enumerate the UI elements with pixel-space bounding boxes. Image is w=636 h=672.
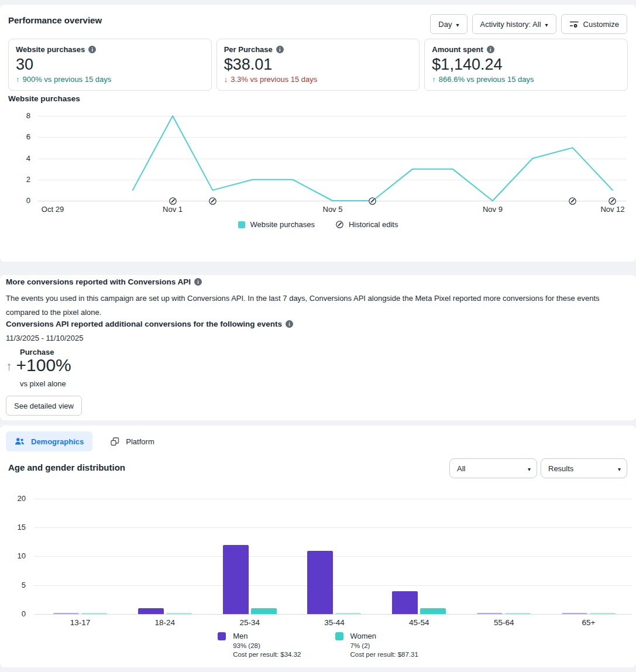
legend-label: Men (233, 632, 247, 640)
women-bar-18-24 (166, 613, 192, 614)
conversions-subheading-text: Conversions API reported additional conv… (6, 320, 282, 328)
legend-item-website-purchases: Website purchases (238, 220, 315, 229)
men-share: 93% (28) (233, 642, 301, 649)
women-bar-45-54 (420, 608, 446, 614)
pencil-circle-icon (336, 221, 343, 228)
historical-edit-marker[interactable] (369, 197, 376, 205)
women-bar-35-44 (335, 613, 361, 614)
bar-chart-x-tick: 65+ (582, 618, 596, 627)
women-bar-25-34 (251, 608, 277, 614)
women-cost-per-result: Cost per result: $87.31 (350, 651, 418, 658)
lift-row: ↑ +100% (6, 355, 71, 375)
men-bar-13-17 (53, 613, 79, 614)
women-bar-55-64 (505, 613, 531, 614)
legend-label: Historical edits (349, 220, 398, 229)
performance-overview-section: Performance overview Day Activity histor… (0, 5, 636, 262)
historical-edit-marker[interactable] (209, 197, 216, 205)
teal-square-swatch (238, 221, 245, 228)
men-cost-per-result: Cost per result: $34.32 (233, 651, 301, 658)
teal-square-swatch (335, 632, 343, 640)
men-bar-55-64 (477, 613, 503, 614)
conversions-subheading: Conversions API reported additional conv… (6, 320, 293, 328)
bar-chart-y-tick: 0 (9, 609, 26, 618)
historical-edit-marker[interactable] (609, 197, 616, 205)
ads-performance-page: Performance overview Day Activity histor… (0, 0, 636, 672)
men-bar-65+ (562, 613, 587, 614)
bar-chart-x-tick: 18-24 (155, 618, 176, 627)
up-arrow-icon: ↑ (6, 358, 12, 375)
info-icon[interactable] (194, 278, 202, 286)
bar-chart-x-tick: 45-54 (409, 618, 429, 627)
bar-chart-x-tick: 25-34 (239, 618, 260, 627)
info-icon[interactable] (286, 320, 293, 328)
legend-item-men: Men 93% (28) Cost per result: $34.32 (218, 632, 301, 658)
demographics-section: Demographics Platform Age and gender dis… (0, 426, 636, 667)
bar-chart-y-tick: 5 (9, 581, 26, 589)
women-bar-13-17 (81, 613, 107, 614)
legend-item-historical-edits: Historical edits (336, 220, 398, 229)
women-bar-65+ (590, 613, 616, 614)
date-range: 11/3/2025 - 11/10/2025 (6, 334, 84, 342)
men-bar-18-24 (138, 608, 164, 614)
line-chart-legend: Website purchases Historical edits (0, 220, 636, 229)
bar-chart-x-tick: 55-64 (494, 618, 514, 627)
conversions-heading: More conversions reported with Conversio… (6, 277, 202, 286)
conversions-heading-text: More conversions reported with Conversio… (6, 277, 191, 286)
historical-edit-marker[interactable] (169, 197, 177, 205)
legend-item-women: Women 7% (2) Cost per result: $87.31 (335, 632, 418, 658)
bar-chart-legend: Men 93% (28) Cost per result: $34.32 Wom… (0, 632, 636, 658)
men-bar-45-54 (392, 591, 418, 614)
see-detailed-view-label: See detailed view (14, 402, 74, 410)
historical-edit-marker[interactable] (569, 197, 576, 205)
bar-chart-gridline (34, 499, 632, 499)
bar-chart-gridline (34, 614, 632, 615)
men-bar-35-44 (307, 551, 333, 614)
bar-chart-y-tick: 20 (9, 494, 26, 503)
bar-chart-x-tick: 35-44 (324, 618, 345, 627)
purple-square-swatch (218, 632, 226, 640)
bar-chart-x-tick: 13-17 (70, 618, 91, 627)
legend-label: Website purchases (250, 220, 315, 229)
men-bar-25-34 (223, 545, 249, 614)
conversions-api-section: More conversions reported with Conversio… (0, 275, 636, 420)
legend-label: Women (350, 632, 377, 640)
bar-chart-y-tick: 15 (9, 523, 26, 532)
lift-value: +100% (16, 355, 71, 375)
bar-chart-gridline (34, 527, 632, 528)
conversions-body-text: The events you used in this campaign are… (6, 292, 628, 320)
women-share: 7% (2) (350, 642, 418, 649)
lift-caption: vs pixel alone (20, 379, 66, 388)
bar-chart-y-tick: 10 (9, 551, 26, 560)
see-detailed-view-button[interactable]: See detailed view (6, 396, 82, 416)
